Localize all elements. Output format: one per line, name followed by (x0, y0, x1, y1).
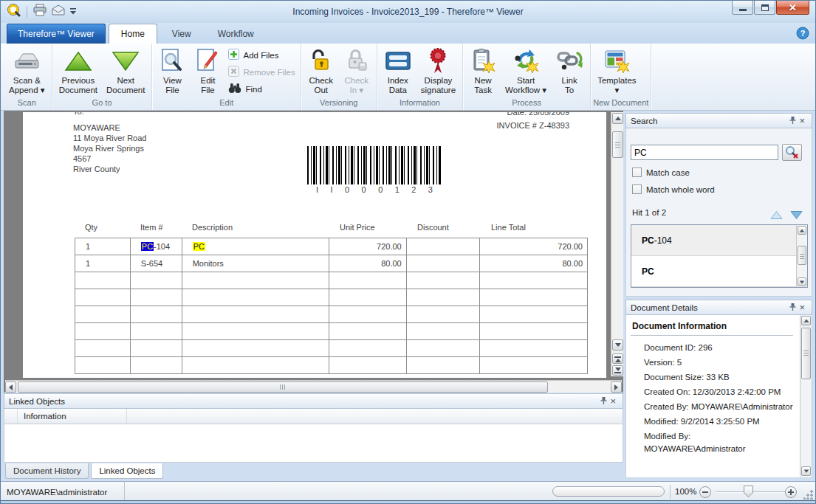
search-result-row[interactable]: PC (631, 256, 797, 287)
detail-field-created-on: Created On: 12/30/2013 2:42:00 PM (644, 386, 795, 398)
table-cell (131, 306, 182, 322)
search-hit-match: PC (193, 242, 205, 251)
link-to-button[interactable]: Link To (551, 44, 588, 98)
scanner-icon (13, 46, 41, 76)
close-button[interactable]: ✕ (776, 1, 809, 15)
pin-icon[interactable] (789, 116, 797, 126)
results-scrollbar[interactable] (796, 225, 807, 287)
column-header-information[interactable]: Information (18, 409, 127, 424)
vertical-scrollbar[interactable] (611, 112, 623, 376)
app-menu-button[interactable]: Therefore™ Viewer (7, 24, 106, 44)
zoom-slider-thumb[interactable] (744, 486, 753, 497)
email-icon[interactable] (51, 4, 66, 19)
panel-close-icon[interactable]: × (797, 303, 807, 312)
search-input[interactable]: PC (631, 145, 778, 160)
checkbox-icon[interactable] (632, 168, 642, 177)
details-scrollbar[interactable] (800, 315, 812, 477)
tab-linked-objects[interactable]: Linked Objects (91, 463, 163, 479)
table-cell (407, 306, 481, 322)
linked-objects-body[interactable] (4, 424, 623, 463)
horizontal-scrollbar[interactable] (5, 380, 622, 393)
scroll-up-button[interactable] (612, 113, 623, 124)
lock-open-icon (308, 46, 335, 76)
invoice-address: MOYAWARE11 Moya River RoadMoya River Spr… (73, 122, 146, 174)
ribbon-group-label: Information (380, 98, 460, 110)
scroll-down-button[interactable] (798, 277, 806, 286)
invoice-page[interactable]: To: Date: 25/05/2009 INVOICE # Z-48393 M… (23, 112, 606, 378)
panel-close-icon[interactable]: × (797, 116, 807, 125)
table-cell (131, 323, 182, 339)
zoom-in-button[interactable] (785, 486, 797, 498)
scroll-down-button[interactable] (612, 339, 623, 351)
new-task-button[interactable]: New Task (465, 44, 501, 98)
check-in-button: Check In ▾ (339, 44, 374, 98)
button-label: New Task (474, 76, 492, 95)
scroll-down-button[interactable] (801, 466, 811, 476)
scroll-left-button[interactable] (5, 382, 16, 393)
table-cell: PC-104 (131, 238, 182, 255)
scroll-right-button[interactable] (611, 382, 622, 393)
view-file-button[interactable]: View File (154, 44, 190, 98)
rosette-icon (427, 46, 449, 76)
table-cell: 80.00 (480, 255, 587, 272)
checkbox-icon[interactable] (632, 184, 642, 194)
linked-objects-title: Linked Objects (9, 397, 600, 406)
start-workflow-button[interactable]: Start Workflow ▾ (501, 44, 551, 98)
maximize-button[interactable] (754, 1, 775, 15)
lock-in-icon (343, 46, 370, 76)
table-cell (480, 306, 587, 322)
next-hit-button[interactable] (790, 210, 803, 223)
therefore-logo-icon[interactable] (7, 3, 21, 21)
table-cell (329, 340, 407, 356)
pin-icon[interactable] (789, 303, 797, 313)
zoom-out-button[interactable] (699, 486, 711, 498)
search-result-row[interactable]: PC-104 (631, 225, 797, 256)
previous-document-button[interactable]: Previous Document (55, 44, 102, 98)
customize-quick-access-icon[interactable] (69, 5, 77, 18)
minimize-button[interactable] (732, 1, 753, 15)
panel-close-icon[interactable]: × (608, 396, 618, 406)
previous-hit-button[interactable] (770, 210, 783, 223)
results-scroll-thumb[interactable] (798, 246, 806, 265)
hit-status: Hit 1 of 2 (632, 208, 666, 217)
ribbon: Scan & Append ▾ScanPrevious DocumentNext… (1, 44, 815, 111)
search-button[interactable] (782, 144, 802, 161)
scroll-up-button[interactable] (801, 316, 811, 325)
tab-document-history[interactable]: Document History (5, 463, 89, 479)
ribbon-group-go-to: Previous DocumentNext DocumentGo to (52, 44, 153, 110)
next-document-button[interactable]: Next Document (102, 44, 149, 98)
user-badge: MOYAWARE\administrator (1, 482, 125, 502)
scan-append-button[interactable]: Scan & Append ▾ (4, 44, 49, 98)
pin-icon[interactable] (600, 396, 608, 407)
add-files-button[interactable]: Add Files (228, 49, 295, 61)
help-button[interactable]: ? (796, 27, 809, 40)
match-case-checkbox[interactable]: Match case (632, 168, 690, 177)
horizontal-scroll-thumb[interactable] (18, 382, 548, 393)
ribbon-group-label: Versioning (304, 98, 374, 110)
plus-icon-vertical (790, 489, 792, 495)
next-page-button[interactable] (612, 365, 623, 376)
templates-button[interactable]: Templates ▾ (593, 44, 640, 98)
tab-workflow[interactable]: Workflow (206, 24, 266, 44)
find-button[interactable]: Find (228, 83, 295, 95)
tab-view[interactable]: View (160, 24, 203, 44)
display-signature-button[interactable]: Display signature (416, 44, 460, 98)
check-out-button[interactable]: Check Out (304, 44, 339, 98)
table-cell (75, 306, 131, 322)
document-details-title: Document Details (631, 303, 789, 312)
resize-grip[interactable] (803, 490, 813, 500)
match-whole-word-checkbox[interactable]: Match whole word (632, 184, 715, 194)
details-scroll-thumb[interactable] (801, 328, 811, 379)
detail-field-version: Version: 5 (644, 356, 795, 369)
edit-file-button[interactable]: Edit File (190, 44, 225, 98)
scroll-up-button[interactable] (798, 226, 806, 235)
ribbon-group-label: Process (465, 98, 588, 110)
result-match-text: PC (642, 235, 654, 246)
templates-icon (603, 46, 631, 76)
tab-home[interactable]: Home (109, 24, 157, 44)
print-icon[interactable] (32, 4, 47, 20)
previous-page-button[interactable] (612, 353, 623, 364)
divider (27, 6, 27, 18)
index-data-button[interactable]: Index Data (380, 44, 416, 98)
vertical-scroll-thumb[interactable] (612, 131, 623, 158)
